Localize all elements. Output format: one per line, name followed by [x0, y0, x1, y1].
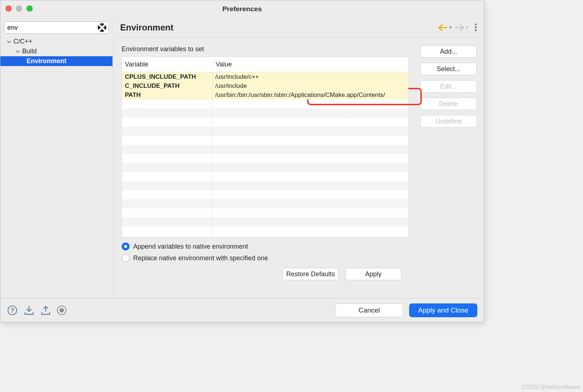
radio-label: Replace native environment with specifie… [133, 254, 268, 262]
radio-append[interactable]: Append variables to native environment [122, 242, 409, 250]
apply-button[interactable]: Apply [345, 268, 401, 280]
nav-back-button[interactable]: ▼ [438, 24, 452, 32]
search-field[interactable] [4, 21, 109, 34]
titlebar: Preferences [0, 0, 484, 18]
table-row[interactable] [122, 109, 408, 118]
content-pane: Environment ▼ ▼ Environment variables to… [113, 18, 484, 298]
sidebar: C/C++ Build Environment [0, 18, 113, 298]
clear-search-icon[interactable] [98, 23, 106, 32]
cell-variable: C_INCLUDE_PATH [122, 82, 212, 90]
table-row[interactable] [122, 136, 408, 145]
minimize-icon[interactable] [16, 5, 22, 12]
tree-item-environment[interactable]: Environment [0, 56, 113, 66]
add-button[interactable]: Add... [420, 45, 477, 58]
help-icon[interactable]: ? [7, 305, 18, 316]
cell-value: /usr/include [212, 82, 408, 90]
dialog-footer: ? Cancel Apply and Close [0, 298, 484, 322]
close-icon[interactable] [5, 5, 12, 12]
radio-replace[interactable]: Replace native environment with specifie… [122, 254, 409, 262]
radio-label: Append variables to native environment [133, 243, 248, 250]
nav-forward-button: ▼ [454, 24, 469, 32]
content-header: Environment ▼ ▼ [113, 18, 484, 37]
col-value[interactable]: Value [212, 61, 408, 68]
page-title: Environment [120, 23, 438, 33]
tree-label: Environment [26, 57, 66, 65]
chevron-down-icon [15, 49, 21, 54]
edit-button: Edit... [420, 80, 477, 93]
undefine-button: Undefine [420, 115, 477, 127]
tree-item-build[interactable]: Build [0, 46, 113, 56]
table-row[interactable]: PATH /usr/bin:/bin:/usr/sbin:/sbin:/Appl… [122, 90, 408, 99]
chevron-down-icon [6, 39, 12, 45]
table-row[interactable] [122, 154, 408, 163]
cell-variable: PATH [122, 91, 212, 99]
cancel-button[interactable]: Cancel [335, 303, 403, 317]
table-row[interactable] [122, 208, 408, 217]
cell-variable: CPLUS_INCLUDE_PATH [122, 73, 212, 81]
table-row[interactable] [122, 199, 408, 208]
cell-value: /usr/include/c++ [212, 73, 408, 81]
table-row[interactable]: C_INCLUDE_PATH /usr/include [122, 81, 408, 90]
tree-item-ccpp[interactable]: C/C++ [0, 37, 113, 46]
maximize-icon[interactable] [26, 5, 33, 12]
table-row[interactable] [122, 127, 408, 136]
table-row[interactable] [122, 226, 408, 236]
chevron-down-icon: ▼ [465, 25, 469, 29]
table-row[interactable] [122, 118, 408, 127]
table-row[interactable] [122, 163, 408, 172]
table-row[interactable] [122, 172, 408, 181]
svg-text:?: ? [11, 307, 14, 314]
tree-label: C/C++ [13, 38, 32, 45]
table-row[interactable] [122, 145, 408, 154]
select-button[interactable]: Select... [420, 63, 477, 75]
restore-defaults-button[interactable]: Restore Defaults [282, 268, 339, 280]
table-row[interactable]: CPLUS_INCLUDE_PATH /usr/include/c++ [122, 72, 408, 81]
chevron-down-icon: ▼ [449, 25, 452, 29]
import-icon[interactable] [24, 305, 34, 316]
env-table[interactable]: Variable Value CPLUS_INCLUDE_PATH /usr/i… [122, 57, 409, 237]
col-variable[interactable]: Variable [122, 61, 212, 68]
radio-icon [122, 254, 130, 262]
preferences-window: Preferences C/C++ [0, 0, 484, 322]
window-controls [5, 5, 33, 12]
watermark: CSDN @hellosoftware [522, 384, 580, 391]
delete-button: Delete [420, 98, 477, 110]
table-row[interactable] [122, 99, 408, 109]
export-icon[interactable] [40, 305, 51, 316]
search-input[interactable] [4, 23, 98, 33]
tree-label: Build [22, 48, 37, 55]
env-mode-group: Append variables to native environment R… [122, 242, 409, 262]
apply-close-button[interactable]: Apply and Close [409, 303, 477, 317]
more-menu-icon[interactable] [475, 24, 477, 31]
section-label: Environment variables to set [122, 45, 409, 53]
radio-icon [122, 242, 130, 250]
table-row[interactable] [122, 181, 408, 190]
oomph-icon[interactable] [57, 306, 66, 315]
table-row[interactable] [122, 190, 408, 199]
table-row[interactable] [122, 217, 408, 226]
window-title: Preferences [0, 5, 484, 13]
cell-value: /usr/bin:/bin:/usr/sbin:/sbin:/Applicati… [212, 91, 408, 99]
preference-tree[interactable]: C/C++ Build Environment [0, 35, 113, 298]
column-divider [212, 72, 213, 237]
table-header: Variable Value [122, 57, 408, 72]
